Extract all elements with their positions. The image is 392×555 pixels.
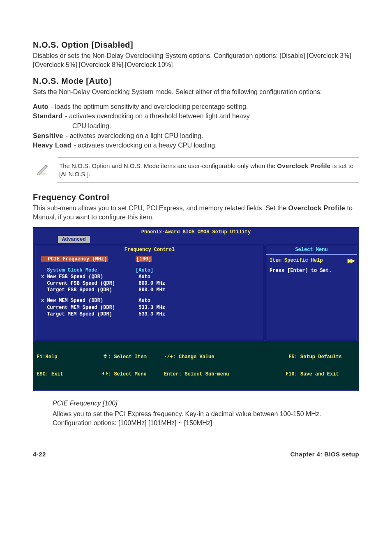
nos-mode-body: Sets the Non-Delay Overclocking System m… — [33, 88, 359, 97]
option-sensitive: Sensitive - activates overclocking on a … — [33, 131, 359, 140]
bios-field-row[interactable]: PCIE Frequency (MHz)[100] — [41, 256, 260, 263]
freq-body-pre: This sub-menu allows you to set CPU, PCI… — [33, 205, 288, 212]
bios-leftright-select-menu: : Select Menu — [102, 371, 164, 377]
note-pre: The N.O.S. Option and N.O.S. Mode items … — [59, 162, 277, 169]
bios-esc-exit: ESC: Exit — [37, 371, 102, 377]
bios-field-value: 800.0 MHz — [136, 280, 260, 287]
pencil-note-icon — [33, 162, 53, 178]
page-number: 4-22 — [33, 451, 46, 458]
nos-mode-title: N.O.S. Mode [Auto] — [33, 76, 359, 86]
option-standard-cont: CPU loading. — [72, 122, 359, 131]
bios-screenshot: Phoenix-Award BIOS CMOS Setup Utility Ad… — [33, 227, 359, 391]
freq-control-body: This sub-menu allows you to set CPU, PCI… — [33, 204, 359, 221]
option-heavy-load: Heavy Load - activates overclocking on a… — [33, 141, 359, 150]
bios-field-label: x New FSB Speed (QDR) — [41, 274, 136, 280]
option-sensitive-desc: - activates overclocking on a light CPU … — [66, 131, 203, 140]
page-footer: 4-22 Chapter 4: BIOS setup — [33, 448, 359, 458]
bios-change-value: -/+: Change Value — [164, 354, 286, 360]
bios-field-label: Target FSB Speed (QDR) — [41, 287, 136, 293]
bios-setup-defaults: F5: Setup Defaults — [286, 354, 355, 360]
bios-field-label: Target MEM Speed (DDR) — [41, 311, 136, 318]
bios-help-header: Item Specific Help ▶▶ — [270, 257, 353, 264]
bios-updown-select-item: : Select Item — [102, 354, 164, 360]
bios-field-row: Target MEM Speed (DDR) 533.3 MHz — [41, 311, 260, 318]
option-standard-label: Standard — [33, 112, 63, 121]
option-standard-desc: - activates overclocking on a threshold … — [65, 112, 250, 121]
note-bold: Overclock Profile — [277, 162, 330, 169]
pcie-freq-sub-title: PCIE Frequency [100] — [53, 400, 359, 407]
bios-field-value: Auto — [136, 274, 260, 280]
svg-marker-6 — [102, 372, 104, 375]
bios-field-value: 800.0 MHz — [136, 287, 260, 293]
bios-field-label: x New MEM Speed (DDR) — [41, 297, 136, 304]
bios-field-value: 533.3 MHz — [136, 311, 260, 318]
bios-field-row: x New FSB Speed (QDR) Auto — [41, 274, 260, 280]
bios-field-row: Current MEM Speed (DDR) 533.3 MHz — [41, 304, 260, 311]
bios-right-panel: Select Menu Item Specific Help ▶▶ Press … — [266, 245, 357, 340]
option-auto: Auto - loads the optimum sensitivity and… — [33, 102, 359, 111]
svg-marker-5 — [104, 357, 107, 358]
svg-marker-4 — [104, 354, 107, 356]
option-heavy-load-label: Heavy Load — [33, 141, 71, 150]
chapter-label: Chapter 4: BIOS setup — [290, 451, 359, 458]
bios-field-label: Current FSB Speed (QDR) — [41, 280, 136, 287]
nos-option-body: Disables or sets the Non-Delay Overclock… — [33, 51, 359, 69]
bios-left-panel: Frequency Control PCIE Frequency (MHz)[1… — [35, 245, 264, 340]
bios-field-value: Auto — [136, 297, 260, 304]
bios-field-label: System Clock Mode — [41, 267, 136, 274]
option-heavy-load-desc: - activates overclocking on a heavy CPU … — [74, 141, 217, 150]
nos-option-title: N.O.S. Option [Disabled] — [33, 40, 359, 50]
pcie-freq-sub-text: Allows you to set the PCI Express freque… — [53, 410, 359, 427]
option-standard: Standard - activates overclocking on a t… — [33, 112, 359, 121]
bios-select-submenu: Enter: Select Sub-menu — [164, 371, 286, 377]
bios-titlebar: Phoenix-Award BIOS CMOS Setup Utility — [33, 228, 359, 236]
double-arrow-icon: ▶▶ — [348, 257, 353, 264]
bios-right-title: Select Menu — [266, 245, 357, 255]
bios-tab-advanced[interactable]: Advanced — [58, 236, 90, 243]
note-callout: The N.O.S. Option and N.O.S. Mode items … — [33, 157, 359, 183]
bios-help-text: Press [Enter] to Set. — [270, 268, 353, 274]
bios-field-label: PCIE Frequency (MHz) — [41, 256, 136, 263]
freq-body-bold: Overclock Profile — [288, 205, 345, 212]
freq-control-title: Frequency Control — [33, 193, 359, 202]
bios-field-row: System Clock Mode[Auto] — [41, 267, 260, 274]
option-auto-label: Auto — [33, 102, 48, 111]
pcie-freq-sub: PCIE Frequency [100] Allows you to set t… — [53, 400, 359, 427]
bios-field-value: 533.3 MHz — [136, 304, 260, 311]
bios-left-title: Frequency Control — [35, 245, 264, 254]
bios-field-row: Current FSB Speed (QDR) 800.0 MHz — [41, 280, 260, 287]
bios-tabrow: Advanced — [33, 236, 359, 244]
bios-field-value[interactable]: [100] — [136, 256, 260, 263]
bios-field-row: Target FSB Speed (QDR) 800.0 MHz — [41, 287, 260, 293]
bios-field-value: [Auto] — [136, 267, 260, 274]
option-sensitive-label: Sensitive — [33, 131, 63, 140]
bios-field-row: x New MEM Speed (DDR) Auto — [41, 297, 260, 304]
bios-f1-help: F1:Help — [37, 354, 102, 360]
note-text: The N.O.S. Option and N.O.S. Mode items … — [58, 157, 359, 183]
bios-footer: F1:Help ESC: Exit : Select Item : Select… — [33, 341, 359, 390]
option-auto-desc: - loads the optimum sensitivity and over… — [51, 102, 248, 111]
bios-field-label: Current MEM Speed (DDR) — [41, 304, 136, 311]
bios-save-exit: F10: Save and Exit — [286, 371, 355, 377]
bios-help-header-text: Item Specific Help — [270, 258, 323, 263]
